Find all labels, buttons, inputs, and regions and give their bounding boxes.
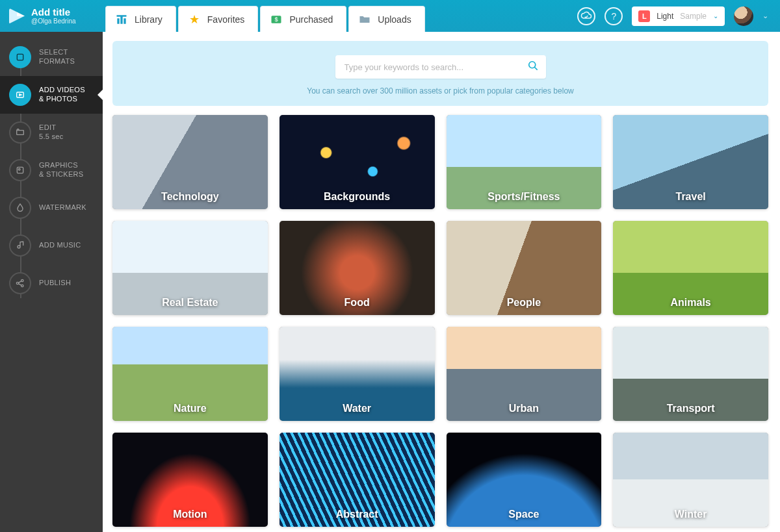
category-label: Water xyxy=(280,403,435,414)
tab-label: Favorites xyxy=(207,14,245,25)
category-label: Sports/Fitness xyxy=(447,191,602,203)
svg-rect-2 xyxy=(17,54,23,60)
category-card[interactable]: Water xyxy=(280,327,435,421)
category-card[interactable]: Abstract xyxy=(280,433,435,527)
category-label: Technology xyxy=(112,191,268,203)
step-label: PUBLISH xyxy=(39,279,71,288)
step-watermark[interactable]: WATERMARK xyxy=(0,189,103,227)
theme-sample: Sample xyxy=(680,12,707,21)
search-panel: You can search over 300 million assets o… xyxy=(112,41,768,106)
step-label: ADD VIDEOS & PHOTOS xyxy=(39,86,85,104)
step-label: ADD MUSIC xyxy=(39,241,81,250)
step-label: GRAPHICS & STICKERS xyxy=(39,161,83,179)
category-label: Urban xyxy=(447,403,602,414)
category-label: People xyxy=(447,297,602,309)
media-icon xyxy=(9,84,31,106)
step-label: SELECT FORMATS xyxy=(39,48,75,66)
category-card[interactable]: Animals xyxy=(613,221,768,315)
svg-point-10 xyxy=(528,61,535,68)
search-hint: You can search over 300 million assets o… xyxy=(307,86,573,95)
category-label: Backgrounds xyxy=(280,191,435,203)
share-icon xyxy=(9,272,31,294)
brand-text: Add title @Olga Bedrina xyxy=(31,7,76,25)
folder-icon xyxy=(358,13,371,26)
step-add-music[interactable]: ADD MUSIC xyxy=(0,227,103,264)
category-grid: TechnologyBackgroundsSports/FitnessTrave… xyxy=(112,115,768,527)
category-card[interactable]: Motion xyxy=(112,433,268,527)
category-card[interactable]: People xyxy=(447,221,602,315)
user-avatar[interactable] xyxy=(734,6,753,26)
category-card[interactable]: Food xyxy=(280,221,435,315)
category-card[interactable]: Winter xyxy=(613,433,768,527)
category-label: Abstract xyxy=(280,509,435,520)
category-card[interactable]: Backgrounds xyxy=(280,115,435,209)
svg-rect-4 xyxy=(17,131,24,135)
tab-label: Purchased xyxy=(289,14,333,25)
tab-favorites[interactable]: ★ Favorites xyxy=(178,6,259,32)
category-label: Motion xyxy=(112,509,268,520)
category-label: Animals xyxy=(613,297,768,309)
category-card[interactable]: Transport xyxy=(613,327,768,421)
step-label: EDIT 5.5 sec xyxy=(39,123,64,142)
step-add-videos[interactable]: ADD VIDEOS & PHOTOS xyxy=(0,76,103,114)
category-card[interactable]: Sports/Fitness xyxy=(447,115,602,209)
category-label: Transport xyxy=(613,403,768,414)
tab-label: Library xyxy=(135,14,162,25)
chevron-down-icon: ⌄ xyxy=(713,12,718,19)
theme-name: Light xyxy=(656,12,673,21)
cloud-sync-icon[interactable] xyxy=(577,7,595,25)
category-label: Real Estate xyxy=(112,297,268,309)
tab-library[interactable]: Library xyxy=(105,6,176,32)
music-icon xyxy=(9,234,31,257)
category-card[interactable]: Nature xyxy=(112,327,268,421)
edit-icon xyxy=(9,121,31,144)
chevron-down-icon[interactable]: ⌄ xyxy=(762,12,768,20)
category-card[interactable]: Space xyxy=(447,433,602,527)
category-label: Travel xyxy=(613,191,768,203)
step-publish[interactable]: PUBLISH xyxy=(0,264,103,302)
top-tabs: Library ★ Favorites $ Purchased Uploads xyxy=(105,0,425,32)
svg-text:$: $ xyxy=(275,16,278,23)
graphics-icon xyxy=(9,159,31,181)
category-label: Winter xyxy=(613,509,768,520)
step-select-formats[interactable]: SELECT FORMATS xyxy=(0,38,103,76)
search-icon[interactable] xyxy=(526,59,540,75)
tab-uploads[interactable]: Uploads xyxy=(348,6,424,32)
tab-label: Uploads xyxy=(378,14,411,25)
svg-point-6 xyxy=(18,168,20,170)
library-icon xyxy=(115,13,128,26)
project-title[interactable]: Add title xyxy=(31,7,76,18)
body: SELECT FORMATS ADD VIDEOS & PHOTOS EDIT … xyxy=(0,32,780,532)
category-card[interactable]: Technology xyxy=(112,115,268,209)
category-label: Nature xyxy=(112,403,268,414)
category-card[interactable]: Travel xyxy=(613,115,768,209)
star-icon: ★ xyxy=(188,13,201,26)
theme-selector[interactable]: L Light Sample ⌄ xyxy=(632,6,725,26)
project-author: @Olga Bedrina xyxy=(31,18,76,25)
step-edit[interactable]: EDIT 5.5 sec xyxy=(0,114,103,151)
tab-purchased[interactable]: $ Purchased xyxy=(260,6,346,32)
topbar-right: ? L Light Sample ⌄ ⌄ xyxy=(577,6,780,26)
money-icon: $ xyxy=(270,13,283,26)
sidebar: SELECT FORMATS ADD VIDEOS & PHOTOS EDIT … xyxy=(0,32,103,532)
formats-icon xyxy=(9,46,31,68)
help-icon[interactable]: ? xyxy=(604,7,623,25)
theme-badge-icon: L xyxy=(638,10,650,22)
step-graphics[interactable]: GRAPHICS & STICKERS xyxy=(0,151,103,189)
category-label: Food xyxy=(280,297,435,309)
main-content: You can search over 300 million assets o… xyxy=(103,32,780,532)
category-card[interactable]: Urban xyxy=(447,327,602,421)
search-box[interactable] xyxy=(335,55,546,79)
brand-area: Add title @Olga Bedrina xyxy=(0,7,103,25)
watermark-icon xyxy=(9,197,31,219)
app-logo-icon xyxy=(9,8,25,24)
search-input[interactable] xyxy=(344,62,521,72)
category-card[interactable]: Real Estate xyxy=(112,221,268,315)
step-label: WATERMARK xyxy=(39,203,86,212)
category-label: Space xyxy=(447,509,602,520)
topbar: Add title @Olga Bedrina Library ★ Favori… xyxy=(0,0,780,32)
